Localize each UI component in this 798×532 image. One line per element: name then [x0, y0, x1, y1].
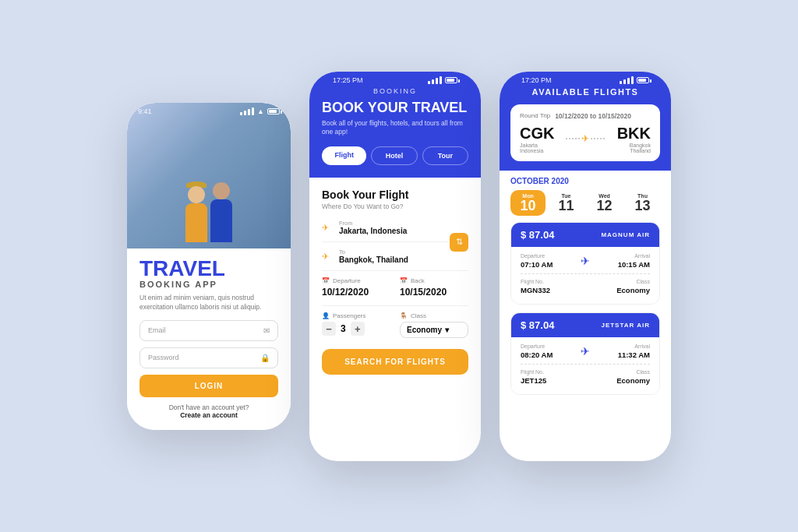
class-detail-1: Class Economy	[588, 369, 650, 385]
search-flights-button[interactable]: SEARCH FOR FLIGHTS	[322, 349, 468, 375]
class-select[interactable]: Economy ▾	[400, 322, 468, 338]
trip-dates: 10/12/2020 to 10/15/2020	[555, 112, 631, 120]
tab-flight[interactable]: Flight	[322, 146, 366, 165]
head-man	[213, 182, 230, 199]
flightnum-detail-1: Flight No. JET125	[521, 369, 582, 385]
battery-icon-3	[637, 77, 649, 83]
section-title: Book Your Flight	[322, 188, 468, 201]
class-label: 🪑 Class	[400, 312, 468, 319]
calendar-strip: Mon 10 Tue 11 Wed 12 Thu 13	[500, 190, 671, 222]
tabs: Flight Hotel Tour	[322, 146, 468, 165]
trip-info: Round Trip 10/12/2020 to 10/15/2020	[520, 112, 651, 120]
from-row: ✈ From Jakarta, Indonesia	[322, 220, 468, 235]
create-account-link[interactable]: Create an account	[180, 411, 238, 419]
cal-day-num-0: 10	[512, 199, 544, 213]
arr-label-0: Arrival	[599, 253, 650, 259]
status-icons-1: ▲	[240, 107, 280, 115]
flight-card-body-0: Departure 07:10 AM ✈ Arrival 10:15 AM	[511, 247, 659, 304]
arr-value-1: 11:32 AM	[599, 351, 650, 359]
flight-times-1: Departure 08:20 AM ✈ Arrival 11:32 AM	[521, 344, 650, 359]
dest-city: Bangkok	[611, 143, 651, 148]
cal-day-2[interactable]: Wed 12	[587, 190, 622, 216]
booking-header: 17:25 PM BOOKING BOOK YOUR TRAVEL Book a…	[309, 72, 481, 178]
from-info: From Jakarta, Indonesia	[339, 220, 468, 235]
body-woman	[185, 203, 207, 242]
signal-icon-3	[620, 76, 634, 84]
hero-couple	[127, 118, 291, 242]
class-value-f1: Economy	[588, 376, 650, 385]
flight-airline-1: JETSTAR AIR	[601, 322, 650, 329]
booking-body: Book Your Flight Where Do You Want to Go…	[309, 178, 481, 460]
plane-arrive-icon: ✈	[322, 252, 339, 262]
departure-field: 📅 Departure 10/12/2020	[322, 277, 390, 298]
pax-control: − 3 +	[322, 322, 390, 336]
tab-tour[interactable]: Tour	[422, 146, 468, 165]
class-value-f0: Economy	[588, 286, 650, 294]
phone-login: 9:41 ▲	[127, 103, 291, 430]
phone-booking: 17:25 PM BOOKING BOOK YOUR TRAVEL Book a…	[309, 72, 481, 461]
dep-label-1: Departure	[521, 344, 571, 349]
date-row: 📅 Departure 10/12/2020 📅 Back 10/15/2020	[322, 277, 468, 298]
travel-title: TRAVEL	[139, 258, 278, 280]
cal-day-1[interactable]: Tue 11	[549, 190, 584, 216]
wifi-icon: ▲	[257, 107, 264, 115]
password-placeholder: Password	[148, 354, 179, 361]
flight-plane-icon-1: ✈	[577, 344, 593, 359]
origin-city: Jakarta	[520, 143, 560, 148]
calendar-icon-back: 📅	[400, 277, 408, 284]
cal-day-3[interactable]: Thu 13	[625, 190, 660, 216]
screens-container: 9:41 ▲	[127, 72, 671, 461]
to-value: Bangkok, Thailand	[339, 255, 468, 264]
departure-date[interactable]: 10/12/2020	[322, 287, 390, 298]
class-value: Economy	[407, 326, 442, 334]
trip-type-label: Round Trip	[520, 112, 550, 119]
back-date[interactable]: 10/15/2020	[400, 287, 468, 298]
flight-card-1[interactable]: $ 87.04 JETSTAR AIR Departure 08:20 AM ✈…	[510, 312, 660, 395]
departure-label: 📅 Departure	[322, 277, 390, 284]
email-field[interactable]: Email ✉	[139, 320, 278, 341]
origin-airport: CGK Jakarta Indonesia	[520, 125, 560, 153]
status-time-2: 17:25 PM	[333, 76, 363, 84]
flight-price-0: $ 87.04	[521, 229, 554, 241]
booking-subtitle: BOOKING APP	[139, 280, 278, 289]
passengers-count: 3	[341, 323, 346, 334]
flight-card-header-0: $ 87.04 MAGNUM AIR	[511, 223, 659, 247]
flight-direction-icon: ✈	[566, 133, 606, 144]
dep-detail-1: Departure 08:20 AM	[521, 344, 571, 359]
class-label-f1: Class	[588, 369, 650, 375]
chevron-down-icon: ▾	[445, 326, 449, 334]
cal-day-0[interactable]: Mon 10	[510, 190, 546, 216]
to-label: To	[339, 248, 468, 255]
password-field[interactable]: Password 🔒	[139, 347, 278, 368]
to-row: ✈ To Bangkok, Thailand	[322, 248, 468, 264]
login-button[interactable]: LOGIN	[139, 375, 278, 397]
status-bar-phone3: 17:20 PM	[510, 72, 660, 87]
dest-code: BKK	[611, 125, 651, 143]
from-value: Jakarta, Indonesia	[339, 227, 468, 235]
from-label: From	[339, 220, 468, 227]
flight-card-body-1: Departure 08:20 AM ✈ Arrival 11:32 AM	[511, 337, 659, 394]
pax-row: 👤 Passengers − 3 + 🪑 Class	[322, 312, 468, 338]
flight-card-0[interactable]: $ 87.04 MAGNUM AIR Departure 07:10 AM ✈ …	[510, 222, 660, 305]
book-desc: Book all of your flights, hotels, and to…	[322, 119, 468, 138]
flights-body: OCTOBER 2020 Mon 10 Tue 11 Wed 12	[500, 171, 671, 461]
passengers-label: 👤 Passengers	[322, 312, 390, 319]
desc-text: Ut enim ad minim veniam, quis nostrud ex…	[139, 294, 278, 312]
flight-info-0: Flight No. MGN332 Class Economy	[521, 279, 650, 294]
arr-label-1: Arrival	[599, 344, 650, 349]
flightnum-value-1: JET125	[521, 376, 582, 385]
lock-icon: 🔒	[260, 354, 270, 362]
head-woman	[188, 186, 205, 203]
arr-detail-1: Arrival 11:32 AM	[599, 344, 650, 359]
person-man	[210, 182, 232, 242]
dashed-divider-0	[521, 273, 650, 274]
increase-passengers-btn[interactable]: +	[351, 322, 365, 336]
airports-row: CGK Jakarta Indonesia ✈ BKK Bangkok	[520, 125, 651, 153]
tab-hotel[interactable]: Hotel	[371, 146, 417, 165]
decrease-passengers-btn[interactable]: −	[322, 322, 336, 336]
back-field: 📅 Back 10/15/2020	[400, 277, 468, 298]
phone-flights: 17:20 PM AVAILABLE FLIGHTS	[500, 72, 671, 461]
status-time-3: 17:20 PM	[521, 76, 552, 84]
email-placeholder: Email	[148, 326, 166, 334]
flightnum-value-0: MGN332	[521, 286, 582, 294]
